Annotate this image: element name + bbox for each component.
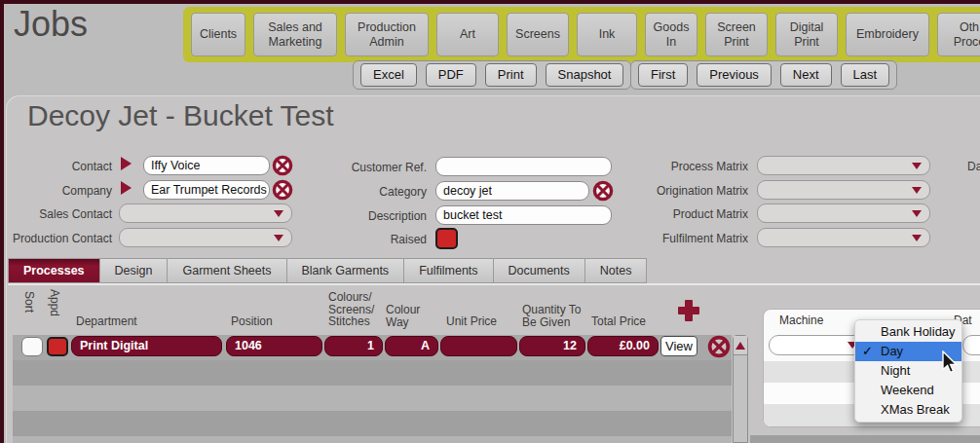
- col-total-price-header: Total Price: [591, 315, 646, 328]
- triangle-down-icon: [274, 210, 283, 217]
- process-matrix-label: Process Matrix: [623, 160, 748, 173]
- row-approved-flag[interactable]: [47, 337, 68, 356]
- record-nav-toolbar: First Previous Next Last: [630, 60, 897, 90]
- panel-bottom-edge: [750, 435, 980, 443]
- first-record-button[interactable]: First: [638, 63, 688, 87]
- window-top-edge: [0, 0, 980, 4]
- process-matrix-select[interactable]: [757, 156, 930, 175]
- col-sort-header: Sort: [22, 291, 36, 313]
- module-tab-clients[interactable]: Clients: [191, 13, 245, 56]
- print-button[interactable]: Print: [485, 63, 537, 87]
- menu-item-night[interactable]: Night: [855, 361, 961, 381]
- customer-ref-field[interactable]: [435, 157, 612, 176]
- triangle-up-icon: [735, 342, 745, 350]
- company-field[interactable]: Ear Trumpet Records: [143, 180, 270, 200]
- snapshot-button[interactable]: Snapshot: [546, 63, 624, 87]
- row-department-cell[interactable]: Print Digital: [71, 336, 222, 356]
- goto-contact-icon[interactable]: [121, 157, 132, 170]
- menu-item-xmas-break[interactable]: XMas Break: [855, 400, 961, 420]
- row-colour-way-cell[interactable]: A: [385, 336, 438, 356]
- previous-record-button[interactable]: Previous: [697, 63, 772, 87]
- module-tab-other-processes[interactable]: Oth Proce: [937, 13, 980, 56]
- col-colours-header: Colours/ Screens/ Stitches: [328, 291, 374, 328]
- tab-notes[interactable]: Notes: [585, 258, 648, 283]
- row-sort-field[interactable]: [21, 337, 43, 356]
- tab-fulfilments[interactable]: Fulfilments: [404, 258, 493, 283]
- delete-row-icon[interactable]: [707, 335, 731, 358]
- module-tab-art[interactable]: Art: [436, 13, 499, 56]
- window-left-edge: [0, 0, 4, 443]
- export-toolbar: Excel PDF Print Snapshot: [353, 60, 631, 90]
- triangle-down-icon: [274, 235, 283, 241]
- description-field[interactable]: bucket test: [435, 205, 612, 225]
- menu-item-weekend[interactable]: Weekend: [855, 381, 961, 400]
- production-contact-label: Production Contact: [0, 232, 112, 245]
- tab-underline: [8, 283, 980, 285]
- tab-design[interactable]: Design: [100, 258, 169, 283]
- module-tab-sales-marketing[interactable]: Sales and Marketing: [253, 13, 337, 56]
- triangle-down-icon: [912, 210, 922, 217]
- triangle-down-icon: [912, 235, 922, 241]
- detail-tab-strip: Processes Design Garment Sheets Blank Ga…: [8, 258, 647, 283]
- goto-company-icon[interactable]: [121, 181, 132, 195]
- tab-documents[interactable]: Documents: [494, 258, 585, 283]
- module-tab-screen-print[interactable]: Screen Print: [705, 13, 768, 56]
- row-unit-price-cell[interactable]: [440, 336, 517, 356]
- clear-contact-icon[interactable]: [272, 155, 293, 176]
- machine-dropdown-menu: Bank Holiday ✓ Day Night Weekend XMas Br…: [854, 319, 962, 423]
- tab-garment-sheets[interactable]: Garment Sheets: [168, 258, 286, 283]
- triangle-down-icon: [912, 187, 922, 194]
- module-tab-strip: Clients Sales and Marketing Production A…: [183, 7, 980, 62]
- module-tab-goods-in[interactable]: Goods In: [645, 13, 697, 56]
- last-record-button[interactable]: Last: [841, 63, 890, 87]
- next-record-button[interactable]: Next: [780, 63, 832, 87]
- view-process-button[interactable]: View: [660, 336, 697, 356]
- add-process-icon[interactable]: [678, 300, 699, 321]
- origination-matrix-select[interactable]: [757, 180, 930, 200]
- machine-column-header: Machine: [779, 314, 823, 327]
- product-matrix-label: Product Matrix: [623, 207, 748, 221]
- col-department-header: Department: [76, 315, 137, 328]
- contact-label: Contact: [0, 160, 112, 173]
- sales-contact-label: Sales Contact: [0, 207, 112, 221]
- triangle-down-icon: [912, 163, 922, 169]
- customer-ref-label: Customer Ref.: [321, 161, 427, 174]
- record-title: Decoy Jet - Bucket Test: [27, 99, 334, 132]
- app-title: Jobs: [14, 4, 88, 45]
- list-row-stripe: [13, 411, 732, 436]
- contact-field[interactable]: Iffy Voice: [143, 156, 270, 175]
- scroll-up-button[interactable]: [734, 336, 747, 355]
- sales-contact-select[interactable]: [119, 203, 292, 223]
- company-label: Company: [0, 184, 112, 198]
- module-tab-digital-print[interactable]: Digital Print: [775, 13, 838, 56]
- module-tab-production-admin[interactable]: Production Admin: [345, 13, 429, 56]
- clear-company-icon[interactable]: [272, 179, 293, 201]
- product-matrix-select[interactable]: [757, 203, 930, 223]
- raised-flag-field[interactable]: [435, 228, 458, 249]
- category-field[interactable]: decoy jet: [435, 181, 589, 201]
- list-scrollbar[interactable]: [733, 335, 748, 443]
- row-total-price-cell[interactable]: £0.00: [587, 336, 659, 356]
- list-row-stripe: [13, 436, 732, 443]
- module-tab-screens[interactable]: Screens: [507, 13, 569, 56]
- production-contact-select[interactable]: [119, 228, 292, 247]
- col-quantity-header: Quantity To Be Given: [522, 304, 581, 328]
- row-colours-cell[interactable]: 1: [324, 336, 383, 356]
- module-tab-embroidery[interactable]: Embroidery: [846, 13, 929, 56]
- row-quantity-cell[interactable]: 12: [519, 336, 585, 356]
- menu-item-bank-holiday[interactable]: Bank Holiday: [855, 322, 961, 342]
- excel-button[interactable]: Excel: [360, 63, 417, 87]
- row-position-cell[interactable]: 1046: [226, 336, 322, 356]
- date-field-partial[interactable]: [962, 335, 980, 355]
- col-appd-header: Appd: [48, 289, 61, 316]
- menu-item-day[interactable]: ✓ Day: [855, 342, 961, 361]
- clear-category-icon[interactable]: [592, 180, 614, 202]
- col-position-header: Position: [231, 315, 273, 328]
- col-colour-way-header: Colour Way: [386, 304, 420, 328]
- module-tab-ink[interactable]: Ink: [577, 13, 637, 56]
- pdf-button[interactable]: PDF: [426, 63, 476, 87]
- fulfilment-matrix-select[interactable]: [757, 228, 930, 247]
- col-unit-price-header: Unit Price: [446, 315, 497, 328]
- tab-processes[interactable]: Processes: [8, 258, 100, 283]
- tab-blank-garments[interactable]: Blank Garments: [287, 258, 405, 283]
